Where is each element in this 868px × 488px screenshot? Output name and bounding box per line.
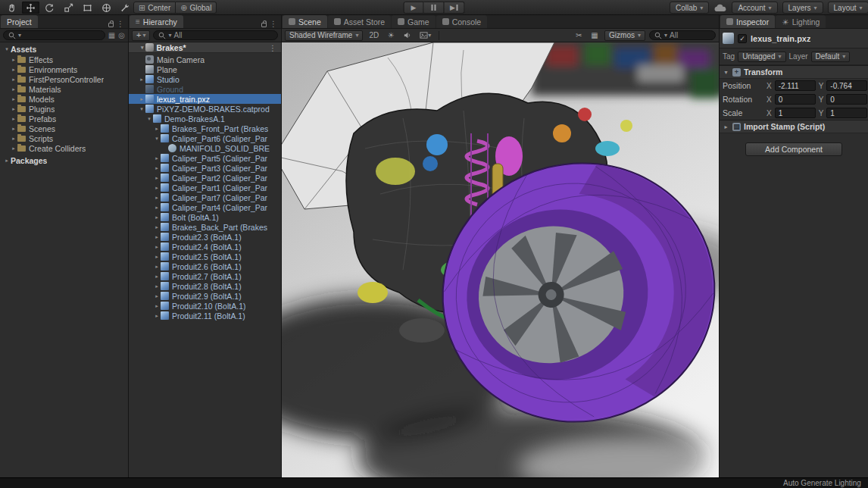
- layout-button[interactable]: Layout▾: [828, 2, 868, 14]
- panel-menu-icon[interactable]: ⋮: [117, 20, 124, 28]
- packages-root-folder[interactable]: ▸ Packages: [0, 155, 128, 166]
- play-button[interactable]: ▶: [404, 2, 424, 14]
- foldout-arrow-icon[interactable]: ▸: [153, 293, 161, 299]
- panel-menu-icon[interactable]: ⋮: [270, 20, 277, 28]
- hierarchy-scene-row[interactable]: ▾ Brakes* ⋮: [129, 42, 281, 53]
- foldout-arrow-icon[interactable]: ▸: [153, 205, 161, 211]
- scissors-tool-icon[interactable]: ✂: [573, 30, 585, 41]
- hierarchy-item-bolt-bolta-1[interactable]: ▸Bolt (BoltA.1): [129, 212, 281, 222]
- create-object-button[interactable]: + ▾: [132, 30, 150, 41]
- pivot-toggle-button[interactable]: ⊞ Center: [133, 2, 176, 14]
- tab-hierarchy[interactable]: ≡ Hierarchy: [130, 15, 183, 28]
- hierarchy-item-caliper-part3-caliper-par[interactable]: ▸Caliper_Part3 (Caliper_Par: [129, 163, 281, 173]
- scale-tool-icon[interactable]: [60, 2, 77, 14]
- toggle-2d-button[interactable]: 2D: [367, 30, 381, 41]
- foldout-arrow-icon[interactable]: ▾: [138, 106, 145, 112]
- project-folder-scripts[interactable]: ▸Scripts: [0, 133, 128, 143]
- scene-search-input[interactable]: ▾ All: [649, 30, 716, 40]
- foldout-arrow-icon[interactable]: ▸: [10, 106, 17, 112]
- foldout-arrow-icon[interactable]: ▸: [153, 244, 161, 250]
- project-folder-prefabs[interactable]: ▸Prefabs: [0, 114, 128, 124]
- foldout-arrow-icon[interactable]: ▸: [153, 126, 161, 132]
- hierarchy-item-produit2-3-bolta-1[interactable]: ▸Produit2.3 (BoltA.1): [129, 232, 281, 242]
- hierarchy-search-input[interactable]: ▾ All: [153, 30, 278, 40]
- account-button[interactable]: Account▾: [732, 2, 777, 14]
- foldout-arrow-icon[interactable]: ▸: [10, 126, 17, 132]
- foldout-arrow-icon[interactable]: ▾: [153, 136, 161, 142]
- foldout-arrow-icon[interactable]: ▸: [10, 145, 17, 152]
- project-folder-scenes[interactable]: ▸Scenes: [0, 124, 128, 133]
- foldout-arrow-icon[interactable]: ▸: [153, 264, 161, 270]
- hand-tool-icon[interactable]: [3, 2, 20, 14]
- space-toggle-button[interactable]: ⊕ Global: [176, 2, 217, 14]
- foldout-arrow-icon[interactable]: ▸: [10, 136, 17, 142]
- foldout-arrow-icon[interactable]: ▸: [10, 86, 17, 92]
- project-folder-models[interactable]: ▸Models: [0, 94, 128, 104]
- foldout-arrow-icon[interactable]: ▸: [153, 155, 161, 161]
- rotation-x-field[interactable]: 0: [775, 94, 816, 105]
- foldout-arrow-icon[interactable]: ▸: [153, 195, 161, 201]
- rotate-tool-icon[interactable]: [41, 2, 58, 14]
- grid-toggle-icon[interactable]: ▦: [589, 30, 601, 41]
- project-search-input[interactable]: ▾: [3, 30, 105, 40]
- foldout-arrow-icon[interactable]: ▸: [10, 77, 17, 83]
- hierarchy-item-plane[interactable]: Plane: [129, 64, 281, 74]
- layers-button[interactable]: Layers▾: [782, 2, 823, 14]
- tab-project[interactable]: Project: [1, 15, 38, 28]
- hierarchy-item-caliper-part2-caliper-par[interactable]: ▸Caliper_Part2 (Caliper_Par: [129, 173, 281, 183]
- hierarchy-item-caliper-part7-caliper-par[interactable]: ▸Caliper_Part7 (Caliper_Par: [129, 192, 281, 202]
- import-stamp-component-header[interactable]: ▸ ▤ Import Stamp (Script): [720, 120, 868, 133]
- rect-tool-icon[interactable]: [79, 2, 96, 14]
- foldout-arrow-icon[interactable]: ▸: [153, 254, 161, 260]
- shading-mode-dropdown[interactable]: Shaded Wireframe ▾: [285, 30, 363, 41]
- hierarchy-item-lexus-train-pxz[interactable]: ▸lexus_train.pxz: [129, 94, 281, 104]
- hierarchy-item-caliper-part6-caliper-par[interactable]: ▾Caliper_Part6 (Caliper_Par: [129, 133, 281, 143]
- hierarchy-item-produit2-4-bolta-1[interactable]: ▸Produit2.4 (BoltA.1): [129, 242, 281, 252]
- hierarchy-item-produit2-8-bolta-1[interactable]: ▸Produit2.8 (BoltA.1): [129, 281, 281, 291]
- tab-asset-store[interactable]: Asset Store: [328, 15, 391, 28]
- foldout-arrow-icon[interactable]: ▸: [153, 214, 161, 221]
- project-folder-plugins[interactable]: ▸Plugins: [0, 104, 128, 114]
- foldout-arrow-icon[interactable]: ▸: [153, 185, 161, 191]
- search-by-label-icon[interactable]: ◎: [118, 32, 125, 39]
- hierarchy-item-caliper-part4-caliper-par[interactable]: ▸Caliper_Part4 (Caliper_Par: [129, 202, 281, 212]
- foldout-arrow-icon[interactable]: ▾: [145, 116, 153, 122]
- tab-inspector[interactable]: Inspector: [720, 15, 775, 28]
- hierarchy-item-main-camera[interactable]: Main Camera: [129, 55, 281, 64]
- hierarchy-item-produit2-7-bolta-1[interactable]: ▸Produit2.7 (BoltA.1): [129, 271, 281, 281]
- project-folder-create-colliders[interactable]: ▸Create Colliders: [0, 143, 128, 153]
- search-by-type-icon[interactable]: ▦: [108, 32, 115, 39]
- hierarchy-item-pixyz-demo-brakes-catprod[interactable]: ▾PiXYZ-DEMO-BRAKES.catprod: [129, 104, 281, 114]
- position-y-field[interactable]: -0.764: [826, 80, 867, 91]
- gizmos-dropdown[interactable]: Gizmos ▾: [604, 30, 645, 41]
- transform-component-header[interactable]: ▾ + Transform: [720, 65, 868, 79]
- layer-dropdown[interactable]: Default ▾: [811, 52, 851, 62]
- scene-lighting-toggle[interactable]: ☀: [385, 30, 397, 41]
- rotation-y-field[interactable]: 0: [826, 94, 867, 105]
- foldout-arrow-icon[interactable]: ▸: [153, 274, 161, 280]
- lock-icon[interactable]: [261, 23, 267, 27]
- foldout-arrow-icon[interactable]: ▾: [141, 45, 144, 51]
- hierarchy-item-produit2-10-bolta-1[interactable]: ▸Produit2.10 (BoltA.1): [129, 301, 281, 311]
- hierarchy-item-brakes-back-part-brakes[interactable]: ▸Brakes_Back_Part (Brakes: [129, 222, 281, 232]
- transform-tool-icon[interactable]: [98, 2, 115, 14]
- hierarchy-item-caliper-part1-caliper-par[interactable]: ▸Caliper_Part1 (Caliper_Par: [129, 183, 281, 192]
- tab-game[interactable]: Game: [392, 15, 436, 28]
- tab-lighting[interactable]: ☀ Lighting: [776, 15, 826, 28]
- foldout-arrow-icon[interactable]: ▸: [153, 283, 161, 289]
- hierarchy-item-manifold-solid-bre[interactable]: MANIFOLD_SOLID_BRE: [129, 143, 281, 153]
- project-folder-firstpersoncontroller[interactable]: ▸FirstPersonController: [0, 74, 128, 84]
- scene-viewport[interactable]: [282, 42, 720, 477]
- scale-y-field[interactable]: 1: [826, 108, 867, 118]
- hierarchy-item-produit2-11-bolta-1[interactable]: ▸Produit2.11 (BoltA.1): [129, 311, 281, 321]
- scene-audio-toggle[interactable]: [401, 30, 414, 41]
- scene-effects-dropdown[interactable]: ▾: [417, 30, 433, 41]
- scale-x-field[interactable]: 1: [775, 108, 816, 118]
- hierarchy-item-produit2-5-bolta-1[interactable]: ▸Produit2.5 (BoltA.1): [129, 252, 281, 261]
- hierarchy-item-brakes-front-part-brakes[interactable]: ▸Brakes_Front_Part (Brakes: [129, 124, 281, 133]
- foldout-arrow-icon[interactable]: ▸: [10, 116, 17, 122]
- step-button[interactable]: ▶: [445, 2, 465, 14]
- foldout-arrow-icon[interactable]: ▸: [153, 303, 161, 309]
- hierarchy-item-caliper-part5-caliper-par[interactable]: ▸Caliper_Part5 (Caliper_Par: [129, 153, 281, 163]
- project-folder-environments[interactable]: ▸Environments: [0, 64, 128, 74]
